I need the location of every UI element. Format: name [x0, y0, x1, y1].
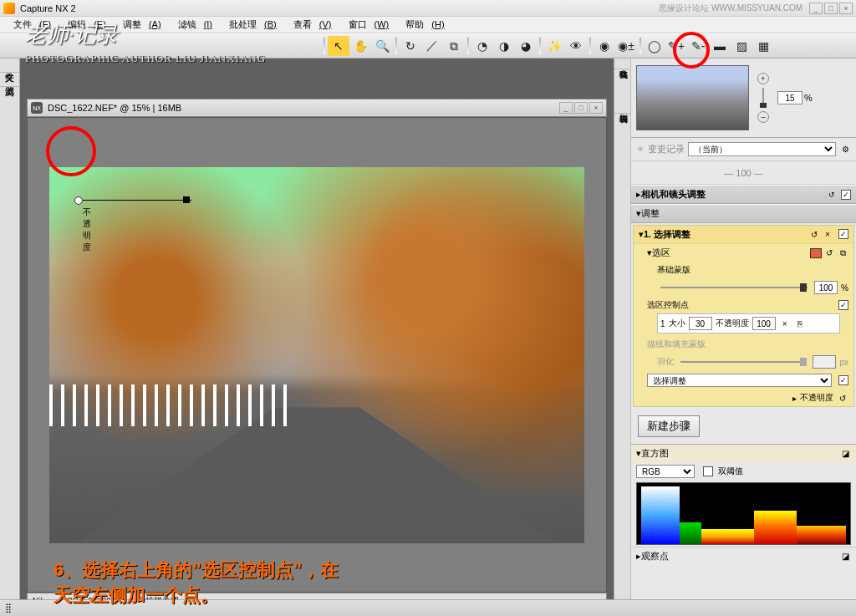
watchpoint-section[interactable]: ▸ 观察点 ◪	[631, 547, 856, 565]
watermark: 思缘设计论坛 WWW.MISSYUAN.COM	[659, 3, 802, 14]
app-logo-icon	[3, 3, 15, 14]
ctrlpoint-checkbox[interactable]: ✓	[838, 300, 848, 310]
rotate-tool-icon[interactable]: ↻	[400, 36, 421, 56]
doc-minimize-button[interactable]: _	[559, 102, 573, 114]
overlay-author: PHOTOGRAPHIC AUTHOR LIU JIANXIANG	[25, 52, 266, 65]
zoom-tool-icon[interactable]: 🔍	[371, 36, 393, 56]
birdeye-panel: + – %	[631, 59, 856, 138]
watchpoint-label: 观察点	[641, 550, 669, 563]
basemask-value-input[interactable]	[814, 281, 838, 294]
remove-tool-icon[interactable]: ▦	[752, 36, 774, 56]
doc-logo-icon: NX	[31, 102, 43, 114]
menu-view[interactable]: 查看 (V)	[283, 17, 337, 33]
thumbnail-preview[interactable]	[636, 65, 749, 130]
straighten-tool-icon[interactable]: ／	[421, 36, 443, 56]
doc-maximize-button[interactable]: □	[574, 102, 588, 114]
size-input[interactable]	[689, 317, 712, 330]
lasso-tool-icon[interactable]: ◯	[644, 36, 665, 56]
control-point-label: 不透明度	[83, 206, 91, 253]
selection-label: 选区	[652, 247, 670, 259]
link-icon[interactable]: ⧉	[837, 247, 848, 259]
menu-edit[interactable]: 编辑 (E)	[58, 17, 111, 33]
doc-close-button[interactable]: ×	[589, 102, 603, 114]
window-maximize-button[interactable]: □	[824, 3, 838, 14]
menu-window[interactable]: 窗口 (W)	[339, 17, 395, 33]
histogram-header[interactable]: ▾ 直方图 ◪	[631, 445, 856, 462]
tab-birdeye[interactable]: 鸟瞰镜头	[614, 59, 630, 69]
canvas-area: NX DSC_1622.NEF* @ 15% | 16MB _ □ × 不透明度	[20, 59, 614, 616]
duplicate-ctrlpoint-icon[interactable]: ⎘	[794, 318, 806, 329]
delete-ctrlpoint-icon[interactable]: ×	[779, 318, 791, 329]
histogram-menu-icon[interactable]: ◪	[839, 448, 851, 460]
adjust-label: 调整	[641, 207, 660, 220]
histogram-mode-dropdown[interactable]: RGB	[636, 465, 695, 478]
watchpoint-menu-icon[interactable]: ◪	[839, 551, 851, 563]
history-slider-label: — 100 —	[724, 168, 762, 178]
tab-browser[interactable]: 浏览器	[0, 73, 19, 87]
canvas[interactable]: 不透明度	[27, 117, 607, 593]
expand-icon[interactable]: ▸	[792, 394, 797, 403]
step1-checkbox[interactable]: ✓	[838, 229, 848, 239]
control-point-center-icon[interactable]	[74, 196, 83, 205]
zoom-value-input[interactable]	[777, 91, 802, 104]
menu-file[interactable]: 文件 (F)	[3, 17, 56, 33]
camera-checkbox[interactable]: ✓	[841, 190, 851, 200]
delete-step-icon[interactable]: ×	[822, 229, 833, 241]
step1-header[interactable]: ▾ 1. 选择调整 ↺ × ✓	[634, 226, 853, 244]
camera-lens-section[interactable]: ▸ 相机和镜头调整 ↺ ✓	[631, 185, 856, 204]
control-point-widget[interactable]: 不透明度	[74, 196, 83, 205]
zoom-slider[interactable]	[762, 88, 764, 108]
ctrlpoint-label: 选区控制点	[647, 299, 689, 311]
history-dropdown[interactable]: （当前）	[688, 142, 836, 156]
control-point-handle-icon[interactable]	[183, 196, 190, 203]
redeye-tool-icon[interactable]: 👁	[565, 36, 587, 56]
fill-tool-icon[interactable]: ▨	[731, 36, 752, 56]
zoom-unit: %	[804, 93, 813, 103]
crop-tool-icon[interactable]: ⧉	[443, 36, 465, 56]
ctrlpoint-index: 1	[660, 319, 665, 328]
whitepoint-tool-icon[interactable]: ◕	[515, 36, 537, 56]
arrow-tool-icon[interactable]: ↖	[328, 36, 349, 56]
zoom-out-button[interactable]: –	[757, 111, 769, 123]
seladj-checkbox[interactable]: ✓	[838, 375, 848, 385]
brush-minus-tool-icon[interactable]: ✎-	[687, 36, 709, 56]
select-adjust-dropdown[interactable]: 选择调整	[647, 374, 832, 387]
selection-controlpoint-tool-icon[interactable]: ◉±	[615, 36, 637, 56]
tab-editlist[interactable]: 编辑列表	[614, 103, 630, 114]
menu-adjust[interactable]: 调整 (A)	[113, 17, 166, 33]
gradient-tool-icon[interactable]: ▬	[709, 36, 731, 56]
opacity-input[interactable]	[752, 317, 776, 330]
feather-input	[813, 355, 836, 369]
color-swatch-icon[interactable]	[810, 248, 822, 258]
opacity-label: 不透明度	[716, 318, 749, 329]
reset-icon[interactable]: ↺	[808, 229, 820, 241]
feather-label: 羽化	[657, 356, 674, 368]
menu-filter[interactable]: 滤镜 (I)	[168, 17, 217, 33]
reset-icon[interactable]: ↺	[823, 247, 835, 259]
menu-help[interactable]: 帮助 (H)	[395, 17, 449, 33]
tab-folders[interactable]: 文件夹	[0, 59, 19, 73]
brush-plus-tool-icon[interactable]: ✎+	[665, 36, 687, 56]
basemask-slider[interactable]	[660, 287, 808, 288]
menu-batch[interactable]: 批处理 (B)	[219, 17, 282, 33]
zoom-in-button[interactable]: +	[757, 73, 769, 84]
control-point-slider[interactable]	[83, 200, 191, 201]
history-gear-icon[interactable]: ⚙	[839, 144, 851, 155]
menubar: 文件 (F) 编辑 (E) 调整 (A) 滤镜 (I) 批处理 (B) 查看 (…	[0, 17, 856, 33]
window-close-button[interactable]: ×	[839, 3, 853, 14]
selection-subheader[interactable]: ▾ 选区 ↺ ⧉	[634, 244, 853, 262]
neutralpoint-tool-icon[interactable]: ◑	[493, 36, 515, 56]
hand-tool-icon[interactable]: ✋	[349, 36, 371, 56]
window-minimize-button[interactable]: _	[809, 3, 823, 14]
left-sidebar: 文件夹 浏览器 元数据	[0, 59, 20, 616]
dual-threshold-checkbox[interactable]	[703, 466, 713, 476]
new-step-button[interactable]: 新建步骤	[638, 415, 700, 437]
reset-icon[interactable]: ↺	[826, 189, 838, 201]
opacity2-label: 不透明度	[800, 392, 833, 404]
blackpoint-tool-icon[interactable]: ◔	[471, 36, 493, 56]
autoretouch-tool-icon[interactable]: ✨	[543, 36, 565, 56]
adjust-section[interactable]: ▾ 调整	[631, 204, 856, 223]
reset-icon[interactable]: ↺	[837, 392, 848, 404]
basemask-row: 基础蒙版	[634, 262, 853, 278]
color-controlpoint-tool-icon[interactable]: ◉	[594, 36, 615, 56]
